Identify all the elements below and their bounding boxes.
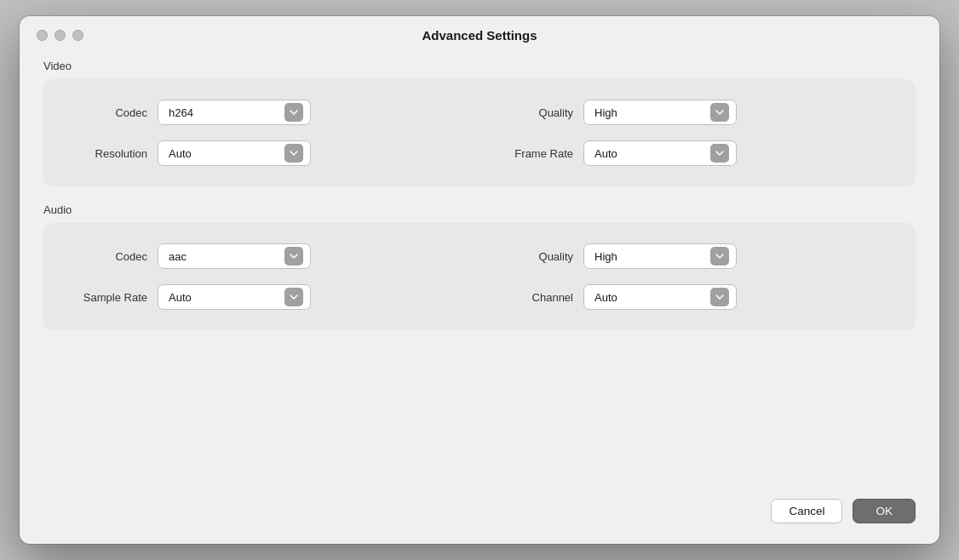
chevron-down-icon — [715, 252, 724, 260]
audio-channel-select[interactable]: Auto — [583, 284, 737, 310]
advanced-settings-dialog: Advanced Settings Video Codec h264 — [20, 16, 939, 544]
video-framerate-value: Auto — [594, 147, 710, 160]
chevron-down-icon — [715, 293, 724, 301]
close-button[interactable] — [37, 30, 48, 41]
chevron-down-icon — [715, 149, 724, 157]
audio-section-box: Codec aac Quality High — [43, 223, 916, 330]
title-bar: Advanced Settings — [20, 16, 939, 51]
video-quality-label: Quality — [497, 106, 573, 119]
chevron-down-icon — [290, 252, 298, 260]
audio-channel-row: Channel Auto — [497, 284, 888, 310]
video-resolution-chevron[interactable] — [284, 144, 303, 163]
video-codec-select[interactable]: h264 — [158, 100, 311, 125]
video-codec-chevron[interactable] — [284, 103, 303, 122]
video-codec-value: h264 — [169, 106, 284, 119]
video-framerate-row: Frame Rate Auto — [497, 140, 888, 166]
minimize-button[interactable] — [55, 30, 66, 41]
video-resolution-select[interactable]: Auto — [158, 140, 311, 166]
audio-codec-chevron[interactable] — [284, 247, 303, 266]
audio-samplerate-select[interactable]: Auto — [158, 284, 311, 310]
video-framerate-chevron[interactable] — [710, 144, 729, 163]
window-content: Video Codec h264 Qu — [20, 51, 939, 490]
cancel-button[interactable]: Cancel — [771, 499, 842, 523]
audio-channel-label: Channel — [497, 291, 573, 304]
ok-button[interactable]: OK — [853, 499, 916, 523]
video-section: Video Codec h264 Qu — [43, 60, 916, 186]
video-section-box: Codec h264 Quality High — [43, 79, 916, 186]
audio-samplerate-label: Sample Rate — [71, 291, 147, 304]
chevron-down-icon — [290, 149, 298, 157]
video-resolution-label: Resolution — [71, 147, 147, 160]
video-framerate-label: Frame Rate — [497, 147, 573, 160]
video-quality-chevron[interactable] — [710, 103, 729, 122]
audio-section-label: Audio — [43, 203, 916, 216]
chevron-down-icon — [715, 108, 724, 117]
video-resolution-value: Auto — [169, 147, 284, 160]
maximize-button[interactable] — [72, 30, 83, 41]
audio-quality-chevron[interactable] — [710, 247, 729, 266]
audio-channel-value: Auto — [594, 291, 710, 304]
audio-quality-value: High — [594, 250, 710, 263]
dialog-footer: Cancel OK — [20, 490, 939, 544]
traffic-lights — [37, 30, 83, 41]
audio-samplerate-row: Sample Rate Auto — [71, 284, 462, 310]
audio-channel-chevron[interactable] — [710, 288, 729, 306]
audio-samplerate-chevron[interactable] — [284, 288, 303, 306]
audio-samplerate-value: Auto — [169, 291, 284, 304]
audio-codec-value: aac — [169, 250, 284, 263]
audio-codec-row: Codec aac — [71, 243, 462, 269]
video-quality-select[interactable]: High — [583, 100, 737, 125]
video-quality-value: High — [594, 106, 710, 119]
video-codec-label: Codec — [71, 106, 147, 119]
audio-quality-select[interactable]: High — [583, 243, 737, 269]
audio-section: Audio Codec aac Qua — [43, 203, 916, 330]
audio-quality-label: Quality — [497, 250, 573, 263]
video-resolution-row: Resolution Auto — [71, 140, 462, 166]
window-title: Advanced Settings — [422, 28, 537, 43]
video-quality-row: Quality High — [497, 100, 888, 125]
audio-codec-select[interactable]: aac — [158, 243, 311, 269]
chevron-down-icon — [290, 108, 298, 117]
video-section-label: Video — [43, 60, 916, 72]
audio-quality-row: Quality High — [497, 243, 888, 269]
video-framerate-select[interactable]: Auto — [583, 140, 737, 166]
video-codec-row: Codec h264 — [71, 100, 462, 125]
audio-codec-label: Codec — [71, 250, 147, 263]
chevron-down-icon — [290, 293, 298, 301]
